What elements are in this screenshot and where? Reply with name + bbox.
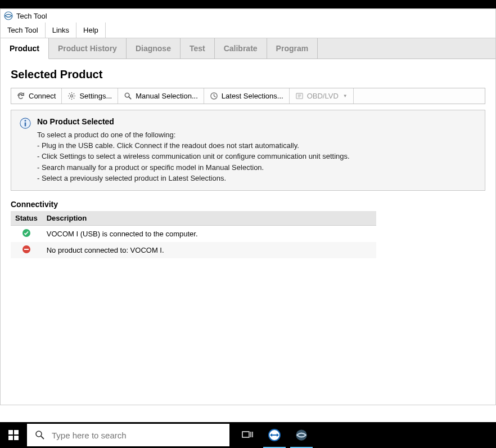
row-description: No product connected to: VOCOM I. [42, 242, 376, 258]
taskbar-app-teamviewer[interactable] [261, 422, 288, 448]
svg-line-28 [41, 436, 44, 439]
title-bar: Tech Tool [1, 9, 495, 23]
menubar: Tech Tool Links Help [1, 23, 495, 38]
taskbar-app-techtool[interactable] [288, 422, 315, 448]
info-icon [19, 117, 31, 129]
svg-line-9 [74, 93, 74, 94]
check-icon [22, 229, 31, 238]
svg-line-7 [74, 98, 74, 98]
manual-selection-button[interactable]: Manual Selection... [118, 88, 204, 104]
teamviewer-icon [268, 428, 281, 442]
start-button[interactable] [0, 422, 27, 448]
tab-program[interactable]: Program [267, 38, 318, 59]
svg-line-11 [129, 97, 131, 99]
table-row: VOCOM I (USB) is connected to the comput… [11, 225, 376, 242]
gear-icon [67, 92, 76, 100]
svg-point-1 [71, 95, 73, 97]
menu-techtool[interactable]: Tech Tool [1, 23, 46, 38]
tab-product[interactable]: Product [1, 38, 49, 59]
info-line: - Search manually for a product or speci… [37, 163, 477, 173]
search-box[interactable] [27, 424, 229, 446]
taskview-button[interactable] [234, 422, 261, 448]
search-icon [124, 92, 132, 100]
search-input[interactable] [52, 431, 222, 440]
obd-lvd-button: OBD/LVD ▼ [290, 88, 354, 104]
app-icon [4, 11, 13, 20]
menu-help[interactable]: Help [76, 23, 106, 38]
taskbar [0, 422, 496, 448]
gap [0, 405, 496, 422]
page-title: Selected Product [11, 68, 485, 81]
tab-diagnose[interactable]: Diagnose [127, 38, 181, 59]
latest-selections-button[interactable]: Latest Selections... [204, 88, 290, 104]
info-lead: To select a product do one of the follow… [37, 130, 477, 140]
svg-line-8 [69, 98, 70, 98]
svg-rect-25 [8, 436, 13, 440]
settings-label: Settings... [79, 92, 112, 100]
error-icon [22, 245, 31, 254]
info-line: - Click Settings to select a wireless co… [37, 151, 477, 162]
svg-rect-19 [25, 122, 26, 126]
info-panel: No Product Selected To select a product … [11, 110, 485, 191]
col-status: Status [11, 211, 42, 226]
app-window: Tech Tool Tech Tool Links Help Product P… [0, 8, 496, 405]
content-area: Selected Product Connect [1, 59, 495, 267]
refresh-icon [17, 92, 25, 100]
windows-icon [8, 430, 19, 440]
connect-button[interactable]: Connect [11, 88, 62, 104]
info-title: No Product Selected [37, 117, 114, 126]
settings-button[interactable]: Settings... [62, 88, 118, 104]
latest-selections-label: Latest Selections... [222, 92, 283, 100]
top-black-bar [0, 0, 496, 8]
info-line: - Plug in the USB cable. Click Connect i… [37, 141, 477, 151]
menu-links[interactable]: Links [46, 23, 76, 38]
connect-label: Connect [29, 92, 56, 100]
task-icons [234, 422, 315, 448]
tab-product-history[interactable]: Product History [49, 38, 127, 59]
row-description: VOCOM I (USB) is connected to the comput… [42, 225, 376, 242]
manual-selection-label: Manual Selection... [136, 92, 198, 100]
svg-rect-23 [8, 430, 13, 434]
tab-calibrate[interactable]: Calibrate [215, 38, 267, 59]
connectivity-table: Status Description VOCOM I (USB) is conn… [11, 211, 376, 258]
col-description: Description [42, 211, 376, 226]
techtool-icon [295, 429, 308, 441]
svg-rect-22 [24, 249, 29, 250]
info-line: - Select a previously selected product i… [37, 173, 477, 183]
tab-bar: Product Product History Diagnose Test Ca… [1, 38, 495, 59]
tab-test[interactable]: Test [181, 38, 215, 59]
toolbar: Connect Settings... [11, 88, 485, 104]
connectivity-header: Connectivity [11, 200, 485, 209]
obd-lvd-label: OBD/LVD [307, 92, 339, 100]
svg-point-10 [125, 93, 130, 97]
svg-point-18 [25, 120, 26, 122]
clock-icon [210, 92, 218, 100]
svg-rect-24 [14, 430, 19, 434]
svg-rect-29 [242, 432, 249, 437]
taskview-icon [242, 431, 253, 440]
info-body: To select a product do one of the follow… [37, 130, 477, 183]
svg-line-6 [69, 93, 70, 94]
svg-rect-26 [14, 436, 19, 440]
table-row: No product connected to: VOCOM I. [11, 242, 376, 258]
search-icon [35, 430, 45, 440]
svg-point-27 [36, 431, 42, 437]
app-title: Tech Tool [16, 12, 47, 20]
chevron-down-icon: ▼ [343, 93, 348, 98]
obd-icon [295, 92, 304, 100]
